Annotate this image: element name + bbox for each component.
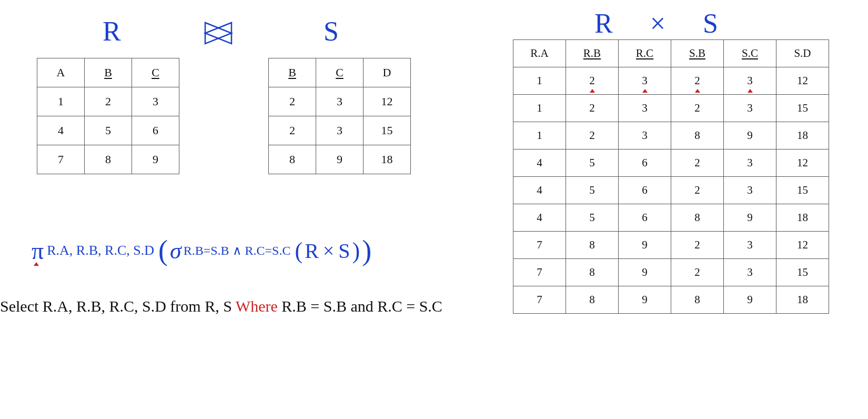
table-cell: 3 [724, 67, 776, 95]
table-cell: 12 [364, 87, 411, 116]
table-row: 4 5 6 8 9 18 [513, 204, 829, 232]
table-cell: 8 [671, 204, 724, 232]
table-cell: 7 [513, 286, 566, 314]
table-cell: 3 [316, 87, 364, 116]
table-row: 7 8 9 8 9 18 [513, 286, 829, 314]
open-paren-outer: ( [158, 234, 168, 267]
table-R-header-A: A [37, 58, 85, 87]
table-row: 4 5 6 2 3 12 [513, 149, 829, 177]
table-cell: 15 [776, 95, 829, 122]
sigma-subscript: R.B=S.B ∧ R.C=S.C [184, 243, 291, 258]
table-cell: 6 [619, 204, 671, 232]
rxs-header-RB: R.B [566, 40, 619, 67]
join-symbol [203, 20, 234, 54]
triangle-marker [590, 89, 595, 93]
table-cell: 8 [85, 145, 132, 174]
table-S-header-B: B [269, 58, 316, 87]
close-paren-outer: ) [362, 234, 371, 267]
table-row: 1 2 3 2 3 15 [513, 95, 829, 122]
pi-triangle [34, 262, 39, 266]
table-cell: 3 [619, 67, 671, 95]
table-cell: 8 [566, 232, 619, 259]
table-cell: 18 [776, 204, 829, 232]
table-row: 1 2 3 2 3 12 [513, 67, 829, 95]
table-cell: 2 [671, 259, 724, 286]
rxs-header-RC: R.C [619, 40, 671, 67]
cross-symbol: × [323, 239, 334, 262]
table-cell: 4 [513, 149, 566, 177]
table-cell: 9 [316, 145, 364, 174]
triangle-marker [642, 89, 648, 93]
table-cell: 18 [776, 122, 829, 149]
table-cell: 2 [671, 177, 724, 204]
table-cell: 3 [316, 116, 364, 145]
table-cell: 5 [85, 116, 132, 145]
table-cell: 12 [776, 149, 829, 177]
sql-prefix: Select R.A, R.B, R.C, S.D from R, S [0, 297, 236, 315]
table-cell: 3 [724, 232, 776, 259]
close-paren-inner: ) [352, 237, 360, 264]
triangle-marker [748, 89, 753, 93]
operand-S: S [338, 238, 350, 263]
table-row: 4 5 6 2 3 15 [513, 177, 829, 204]
table-cell: 1 [513, 95, 566, 122]
table-cell: 9 [619, 286, 671, 314]
table-cell: 2 [269, 87, 316, 116]
table-R-header-B: B [85, 58, 132, 87]
table-cell: 3 [724, 259, 776, 286]
table-cell: 15 [776, 177, 829, 204]
table-cell: 2 [671, 232, 724, 259]
table-cell: 12 [776, 67, 829, 95]
sql-text: Select R.A, R.B, R.C, S.D from R, S Wher… [0, 297, 442, 315]
formula-area: π R.A, R.B, R.C, S.D ( σ R.B=S.B ∧ R.C=S… [32, 234, 371, 267]
table-row: 1 2 3 8 9 18 [513, 122, 829, 149]
table-cell: 18 [776, 286, 829, 314]
table-cell: 9 [724, 286, 776, 314]
table-cell: 6 [132, 116, 179, 145]
table-cell: 5 [566, 204, 619, 232]
table-row: 7 8 9 [37, 145, 179, 174]
table-cell: 15 [776, 259, 829, 286]
sigma-symbol: σ [170, 237, 181, 264]
table-cell: 3 [619, 95, 671, 122]
table-cell: 2 [566, 122, 619, 149]
table-cell: 9 [619, 259, 671, 286]
pi-subscript: R.A, R.B, R.C, S.D [47, 243, 154, 258]
table-cell: 5 [566, 177, 619, 204]
rxs-header-SB: S.B [671, 40, 724, 67]
table-cell: 2 [671, 67, 724, 95]
table-row: 4 5 6 [37, 116, 179, 145]
table-cell: 4 [513, 177, 566, 204]
table-cell: 2 [566, 95, 619, 122]
table-RxS: R.A R.B R.C S.B S.C S.D 1 2 3 [513, 39, 829, 314]
table-cell: 8 [566, 286, 619, 314]
table-S: B C D 2 3 12 2 3 15 8 9 18 [268, 58, 411, 174]
open-paren-inner: ( [295, 237, 302, 264]
label-R: R [103, 16, 121, 47]
table-S-header-D: D [364, 58, 411, 87]
table-S-header-C: C [316, 58, 364, 87]
table-row: 2 3 12 [269, 87, 411, 116]
table-cell: 9 [724, 204, 776, 232]
sql-condition: R.B = S.B and R.C = S.C [278, 297, 442, 315]
table-cell: 6 [619, 149, 671, 177]
table-cell: 7 [513, 259, 566, 286]
table-row: 2 3 15 [269, 116, 411, 145]
table-row: 7 8 9 2 3 15 [513, 259, 829, 286]
table-cell: 3 [724, 177, 776, 204]
table-cell: 3 [724, 95, 776, 122]
table-cell: 2 [566, 67, 619, 95]
table-cell: 2 [671, 149, 724, 177]
table-cell: 7 [37, 145, 85, 174]
triangle-marker [695, 89, 700, 93]
operand-R: R [305, 238, 319, 263]
table-cell: 2 [85, 87, 132, 116]
table-cell: 3 [619, 122, 671, 149]
table-cell: 3 [132, 87, 179, 116]
rxs-header-RA: R.A [513, 40, 566, 67]
table-cell: 4 [37, 116, 85, 145]
table-cell: 9 [619, 232, 671, 259]
svg-marker-0 [205, 23, 231, 44]
rxs-header-SD: S.D [776, 40, 829, 67]
label-S: S [324, 16, 339, 47]
